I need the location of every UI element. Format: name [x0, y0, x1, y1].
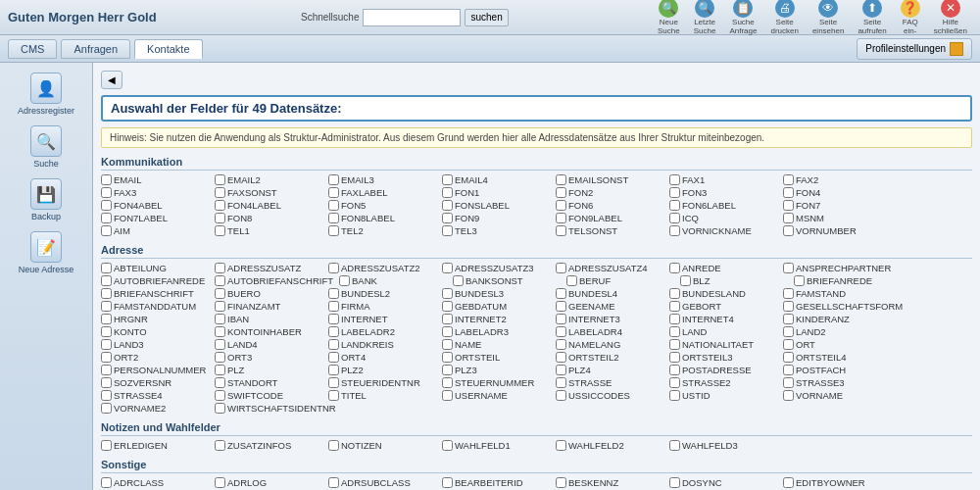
checkbox-plz3[interactable] — [442, 365, 453, 375]
checkbox-adrsubclass[interactable] — [328, 477, 339, 488]
checkbox-standort[interactable] — [215, 377, 225, 388]
checkbox-vornumber[interactable] — [783, 225, 794, 236]
checkbox-internet2[interactable] — [442, 314, 453, 324]
sidebar-item-adressregister[interactable]: 👤 Adressregister — [7, 69, 85, 120]
checkbox-fon5[interactable] — [328, 200, 339, 211]
search-button[interactable]: suchen — [465, 9, 508, 26]
checkbox-labeladr3[interactable] — [442, 326, 453, 337]
checkbox-fon9[interactable] — [442, 213, 453, 223]
checkbox-labeladr4[interactable] — [556, 326, 566, 337]
checkbox-vornickname[interactable] — [669, 225, 680, 236]
checkbox-fax2[interactable] — [783, 174, 794, 185]
checkbox-adresszusatz2[interactable] — [328, 263, 339, 273]
checkbox-wahlfeld3[interactable] — [669, 440, 680, 451]
checkbox-editbyowner[interactable] — [783, 477, 794, 488]
checkbox-email4[interactable] — [442, 174, 453, 185]
checkbox-konto[interactable] — [101, 326, 112, 337]
checkbox-abteilung[interactable] — [101, 263, 112, 273]
checkbox-zusatzinfos[interactable] — [215, 440, 225, 451]
checkbox-internet4[interactable] — [669, 314, 680, 324]
checkbox-bank[interactable] — [339, 275, 350, 286]
close-button[interactable]: ✕ Hilfeschließen — [929, 0, 972, 38]
checkbox-tel1[interactable] — [215, 225, 225, 236]
checkbox-personalnummer[interactable] — [101, 365, 112, 375]
checkbox-banksonst[interactable] — [453, 275, 464, 286]
tab-cms[interactable]: CMS — [8, 39, 57, 59]
checkbox-plz2[interactable] — [328, 365, 339, 375]
checkbox-ortsteil3[interactable] — [669, 352, 680, 363]
checkbox-notizen[interactable] — [328, 440, 339, 451]
refresh-button[interactable]: ⬆ Seiteaufrufen — [853, 0, 891, 38]
checkbox-iban[interactable] — [215, 314, 225, 324]
checkbox-plz4[interactable] — [556, 365, 566, 375]
checkbox-fon6[interactable] — [556, 200, 566, 211]
checkbox-famstanddatum[interactable] — [101, 301, 112, 312]
checkbox-fonslabel[interactable] — [442, 200, 453, 211]
checkbox-geename[interactable] — [556, 301, 566, 312]
checkbox-strasse[interactable] — [556, 377, 566, 388]
checkbox-ort3[interactable] — [215, 352, 225, 363]
checkbox-wahlfeld1[interactable] — [442, 440, 453, 451]
checkbox-briefanschrift[interactable] — [101, 288, 112, 299]
checkbox-autobriefanschrift[interactable] — [215, 275, 225, 286]
checkbox-ussiccodes[interactable] — [556, 390, 566, 401]
checkbox-email3[interactable] — [328, 174, 339, 185]
checkbox-strasse3[interactable] — [783, 377, 794, 388]
checkbox-telsonst[interactable] — [556, 225, 566, 236]
checkbox-faxlabel[interactable] — [328, 187, 339, 198]
view-button[interactable]: 👁 Seiteeinsehen — [808, 0, 849, 38]
last-search-button[interactable]: 🔍 LetzteSuche — [689, 0, 721, 38]
checkbox-email[interactable] — [101, 174, 112, 185]
checkbox-landkreis[interactable] — [328, 339, 339, 350]
checkbox-ort4[interactable] — [328, 352, 339, 363]
checkbox-briefanrede[interactable] — [794, 275, 805, 286]
checkbox-dosync[interactable] — [669, 477, 680, 488]
checkbox-fon2[interactable] — [556, 187, 566, 198]
new-search-button[interactable]: 🔍 NeueSuche — [653, 0, 685, 38]
search-input[interactable] — [363, 9, 461, 26]
checkbox-land2[interactable] — [783, 326, 794, 337]
checkbox-steuernummer[interactable] — [442, 377, 453, 388]
checkbox-gebdatum[interactable] — [442, 301, 453, 312]
checkbox-plz[interactable] — [215, 365, 225, 375]
search-request-button[interactable]: 📋 SucheAnfrage — [724, 0, 761, 38]
checkbox-internet3[interactable] — [556, 314, 566, 324]
checkbox-namelang[interactable] — [556, 339, 566, 350]
checkbox-bundesland[interactable] — [669, 288, 680, 299]
checkbox-vorname[interactable] — [783, 390, 794, 401]
checkbox-wahlfeld2[interactable] — [556, 440, 566, 451]
checkbox-finanzamt[interactable] — [215, 301, 225, 312]
sidebar-item-neue-adresse[interactable]: 📝 Neue Adresse — [7, 227, 85, 278]
checkbox-postadresse[interactable] — [669, 365, 680, 375]
checkbox-nationalitaet[interactable] — [669, 339, 680, 350]
profile-settings-button[interactable]: Profileinstellungen — [857, 38, 972, 60]
tab-kontakte[interactable]: Kontakte — [134, 39, 202, 59]
checkbox-fon7label[interactable] — [101, 213, 112, 223]
back-button[interactable]: ◀ — [101, 71, 122, 89]
tab-anfragen[interactable]: Anfragen — [61, 39, 130, 59]
checkbox-msnm[interactable] — [783, 213, 794, 223]
checkbox-ortsteil4[interactable] — [783, 352, 794, 363]
checkbox-ansprechpartner[interactable] — [783, 263, 794, 273]
checkbox-faxsonst[interactable] — [215, 187, 225, 198]
checkbox-fon8[interactable] — [215, 213, 225, 223]
print-button[interactable]: 🖨 Seitedrucken — [765, 0, 803, 38]
checkbox-blz[interactable] — [680, 275, 691, 286]
checkbox-icq[interactable] — [669, 213, 680, 223]
checkbox-sozversnr[interactable] — [101, 377, 112, 388]
checkbox-adrclass[interactable] — [101, 477, 112, 488]
checkbox-bundesl2[interactable] — [328, 288, 339, 299]
checkbox-gebort[interactable] — [669, 301, 680, 312]
checkbox-adresszusatz[interactable] — [215, 263, 225, 273]
checkbox-land[interactable] — [669, 326, 680, 337]
checkbox-vorname2[interactable] — [101, 403, 112, 414]
checkbox-beruf[interactable] — [566, 275, 577, 286]
checkbox-fon9label[interactable] — [556, 213, 566, 223]
checkbox-tel3[interactable] — [442, 225, 453, 236]
sidebar-item-backup[interactable]: 💾 Backup — [7, 174, 85, 225]
checkbox-username[interactable] — [442, 390, 453, 401]
sidebar-item-suche[interactable]: 🔍 Suche — [7, 122, 85, 172]
checkbox-labeladr2[interactable] — [328, 326, 339, 337]
checkbox-adresszusatz3[interactable] — [442, 263, 453, 273]
checkbox-fon4[interactable] — [783, 187, 794, 198]
